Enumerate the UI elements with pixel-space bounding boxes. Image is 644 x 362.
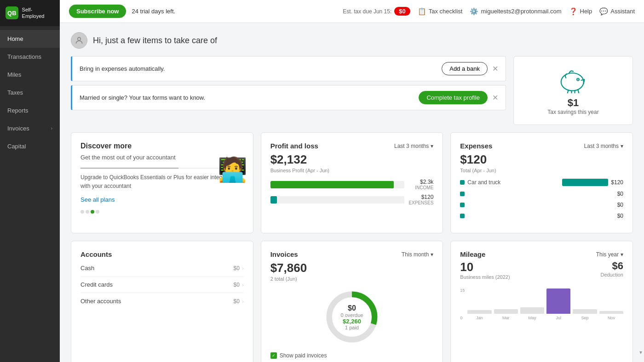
tax-profile-banner-text: Married or single? Your tax forms want t… bbox=[80, 94, 205, 101]
expense-color-dot bbox=[460, 180, 465, 185]
tax-amount-badge[interactable]: $0 bbox=[394, 7, 410, 16]
income-bar-row: $2.3k INCOME bbox=[270, 179, 434, 190]
add-bank-button[interactable]: Add a bank bbox=[442, 62, 488, 75]
mileage-card: Mileage This year ▾ 10 Business miles (2… bbox=[450, 241, 633, 362]
assistant-label: Assistant bbox=[610, 8, 635, 15]
overdue-label: 0 overdue bbox=[341, 312, 363, 318]
invoices-filter[interactable]: This month ▾ bbox=[402, 251, 433, 258]
mileage-miles-value: 10 bbox=[460, 260, 510, 274]
account-name-other: Other accounts bbox=[80, 298, 121, 305]
subscribe-button[interactable]: Subscribe now bbox=[69, 5, 126, 18]
tax-profile-banner-close[interactable]: ✕ bbox=[492, 93, 498, 102]
discover-card: Discover more Get the most out of your a… bbox=[71, 132, 253, 233]
sidebar-item-transactions[interactable]: Transactions bbox=[0, 48, 60, 66]
piggy-bank-icon bbox=[557, 66, 589, 93]
mileage-bar-chart: 15 0 Jan Mar M bbox=[460, 283, 623, 320]
bank-banner-close[interactable]: ✕ bbox=[492, 64, 498, 73]
svg-line-8 bbox=[578, 90, 579, 93]
user-email-link[interactable]: ⚙️ migueltests2@protonmail.com bbox=[470, 7, 561, 16]
user-email-text: migueltests2@protonmail.com bbox=[481, 8, 561, 15]
income-bar bbox=[270, 181, 394, 188]
show-paid-label: Show paid invoices bbox=[280, 352, 327, 359]
sidebar-item-miles[interactable]: Miles bbox=[0, 66, 60, 84]
mileage-title: Mileage bbox=[460, 250, 485, 258]
see-plans-link[interactable]: See all plans bbox=[80, 196, 115, 203]
bank-banner-actions: Add a bank ✕ bbox=[442, 62, 498, 75]
discover-dot-2 bbox=[86, 210, 89, 214]
chevron-down-icon: ▾ bbox=[431, 143, 433, 149]
sidebar-item-label: Transactions bbox=[7, 53, 41, 60]
discover-dot-4 bbox=[96, 210, 99, 214]
bar-jan: Jan bbox=[467, 310, 491, 320]
bar-chart-columns: Jan Mar May Jul bbox=[467, 288, 623, 320]
help-link[interactable]: ❓ Help bbox=[569, 7, 592, 16]
mileage-header: Mileage This year ▾ bbox=[460, 250, 623, 258]
invoices-period: 2 total (Jun) bbox=[270, 276, 434, 282]
greeting-section: Hi, just a few items to take care of bbox=[71, 32, 633, 49]
account-name-credit: Credit cards bbox=[80, 281, 113, 288]
topbar-right: Est. tax due Jun 15: $0 📋 Tax checklist … bbox=[343, 7, 635, 16]
account-value-credit: $0 › bbox=[234, 282, 244, 288]
complete-tax-profile-button[interactable]: Complete tax profile bbox=[419, 91, 488, 104]
sidebar-item-reports[interactable]: Reports bbox=[0, 102, 60, 119]
expense-row-2: $0 bbox=[460, 202, 623, 208]
sidebar-logo[interactable]: QB Self-Employed bbox=[0, 0, 60, 26]
paid-label: 1 paid bbox=[341, 325, 363, 330]
tax-profile-banner-actions: Complete tax profile ✕ bbox=[419, 91, 498, 104]
expense-bar-value: $120 bbox=[408, 194, 433, 200]
income-bar-container bbox=[270, 181, 405, 188]
trial-text: 24 trial days left. bbox=[132, 8, 175, 15]
topbar: Subscribe now 24 trial days left. Est. t… bbox=[60, 0, 644, 23]
assistant-link[interactable]: 💬 Assistant bbox=[599, 7, 635, 16]
expenses-amount: $120 bbox=[460, 153, 623, 167]
tax-checklist-link[interactable]: 📋 Tax checklist bbox=[418, 7, 463, 16]
sidebar-item-label: Capital bbox=[7, 143, 26, 150]
sidebar: QB Self-Employed Home Transactions Miles… bbox=[0, 0, 60, 362]
chevron-down-icon: ▾ bbox=[431, 251, 433, 258]
sidebar-item-label: Miles bbox=[7, 71, 21, 78]
savings-card: $1 Tax savings this year bbox=[513, 56, 633, 125]
sidebar-item-invoices[interactable]: Invoices › bbox=[0, 119, 60, 137]
expense-value-2: $0 bbox=[617, 202, 623, 208]
show-paid-invoices[interactable]: ✓ Show paid invoices bbox=[270, 352, 434, 359]
invoices-amount: $7,860 bbox=[270, 261, 434, 275]
paid-amount: $2,260 bbox=[341, 318, 363, 325]
accounts-header: Accounts bbox=[80, 250, 244, 258]
tax-due-section: Est. tax due Jun 15: $0 bbox=[343, 7, 410, 16]
account-name-cash: Cash bbox=[80, 265, 94, 272]
expense-row-3: $0 bbox=[460, 213, 623, 219]
mileage-miles-section: 10 Business miles (2022) bbox=[460, 260, 510, 280]
sidebar-item-label: Reports bbox=[7, 107, 29, 114]
discover-dot-3 bbox=[91, 210, 94, 214]
account-value-other: $0 › bbox=[234, 298, 244, 305]
svg-point-1 bbox=[561, 73, 584, 91]
expense-bar bbox=[270, 196, 277, 204]
mileage-stats: 10 Business miles (2022) $6 Deduction bbox=[460, 260, 623, 280]
mileage-filter[interactable]: This year ▾ bbox=[596, 251, 623, 258]
expense-bar-label: EXPENSES bbox=[408, 200, 433, 205]
sidebar-item-capital[interactable]: Capital bbox=[0, 137, 60, 155]
profit-loss-period: Business Profit (Apr - Jun) bbox=[270, 168, 434, 173]
quickbooks-logo-icon: QB bbox=[6, 6, 18, 19]
assistant-icon: 💬 bbox=[599, 7, 608, 16]
profit-loss-filter[interactable]: Last 3 months ▾ bbox=[394, 143, 433, 149]
tax-due-label: Est. tax due Jun 15: bbox=[343, 8, 391, 15]
chevron-down-icon: ▾ bbox=[621, 143, 623, 149]
sidebar-item-taxes[interactable]: Taxes bbox=[0, 84, 60, 102]
sidebar-item-home[interactable]: Home bbox=[0, 30, 60, 48]
expense-value-3: $0 bbox=[617, 213, 623, 219]
expenses-filter[interactable]: Last 3 months ▾ bbox=[584, 143, 623, 149]
content-area: Hi, just a few items to take care of Bri… bbox=[60, 23, 644, 362]
account-row-cash[interactable]: Cash $0 › bbox=[80, 260, 244, 277]
expense-bar-row: $120 EXPENSES bbox=[270, 194, 434, 205]
tax-checklist-label: Tax checklist bbox=[429, 8, 463, 15]
scroll-indicator: ▾ bbox=[638, 347, 644, 357]
profit-loss-amount: $2,132 bbox=[270, 153, 434, 167]
bank-banner-text: Bring in expenses automatically. bbox=[80, 65, 165, 72]
account-row-credit[interactable]: Credit cards $0 › bbox=[80, 277, 244, 293]
account-row-other[interactable]: Other accounts $0 › bbox=[80, 293, 244, 309]
bar-nov: Nov bbox=[599, 311, 623, 320]
bar-may: May bbox=[520, 307, 544, 320]
overdue-amount: $0 bbox=[341, 304, 363, 312]
accounts-title: Accounts bbox=[80, 250, 112, 258]
